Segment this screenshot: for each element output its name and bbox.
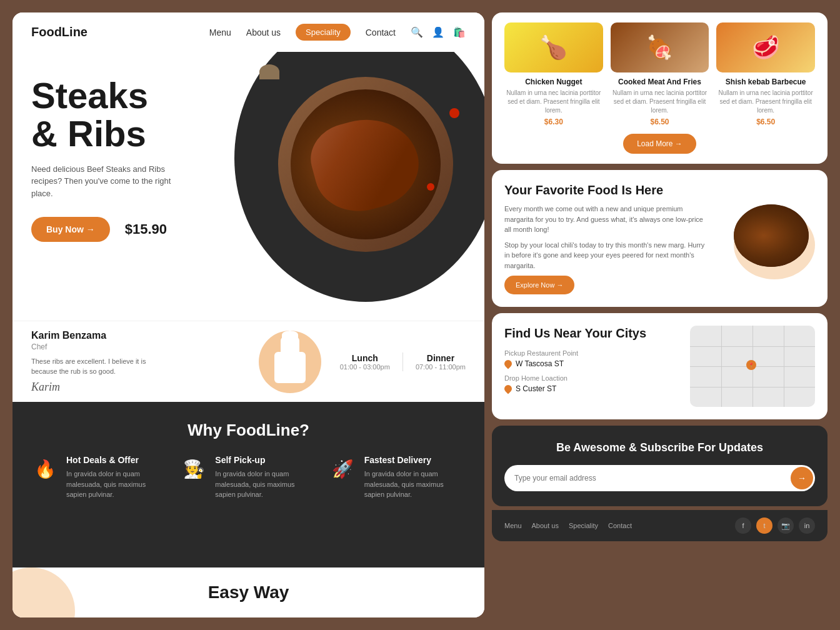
twitter-icon[interactable]: t bbox=[756, 518, 772, 534]
find-us-text: Find Us Near Your Citys Pickup Restauren… bbox=[504, 326, 680, 407]
find-us-section: Find Us Near Your Citys Pickup Restauren… bbox=[492, 313, 828, 419]
explore-button[interactable]: Explore Now → bbox=[504, 276, 574, 294]
hero-subtitle: Need delicious Beef Steaks and Ribs reci… bbox=[31, 163, 194, 200]
kebab-title: Shish kebab Barbecue bbox=[716, 78, 815, 86]
kebab-price: $6.50 bbox=[716, 118, 815, 126]
favorite-title: Your Favorite Food Is Here bbox=[504, 182, 705, 198]
chef-body bbox=[274, 352, 306, 383]
chef-hat bbox=[281, 337, 299, 352]
meat-desc: Nullam in urna nec lacinia porttitor sed… bbox=[611, 89, 709, 115]
lunch-time: 01:00 - 03:00pm bbox=[340, 363, 390, 371]
food-inner bbox=[291, 89, 441, 239]
subscribe-title: Be Awesome & Subscribe For Updates bbox=[504, 441, 815, 455]
pickup-address: W Tascosa ST bbox=[504, 359, 680, 368]
nugget-desc: Nullam in urna nec lacinia porttitor sed… bbox=[504, 89, 603, 115]
footer-socials: f t 📷 in bbox=[735, 518, 815, 534]
lunch-hours: Lunch 01:00 - 03:00pm bbox=[340, 353, 390, 371]
nugget-image: 🍗 bbox=[504, 22, 603, 72]
tomato-decoration-1 bbox=[449, 108, 459, 118]
pickup-icon: 🧑‍🍳 bbox=[180, 455, 208, 482]
nav-speciality[interactable]: Speciality bbox=[296, 24, 351, 41]
chef-name: Karim Benzama bbox=[31, 330, 259, 341]
nav-menu[interactable]: Menu bbox=[209, 28, 231, 38]
footer-links: Menu About us Speciality Contact bbox=[504, 522, 722, 529]
search-icon[interactable]: 🔍 bbox=[411, 26, 423, 38]
footer-contact[interactable]: Contact bbox=[608, 522, 632, 529]
favorite-desc1: Every month we come out with a new and u… bbox=[504, 204, 705, 235]
footer-speciality[interactable]: Speciality bbox=[569, 522, 598, 529]
why-card-deals: 🔥 Hot Deals & Offer In gravida dolor in … bbox=[31, 455, 168, 500]
why-card-desc-2: In gravida dolor in quam malesuada, quis… bbox=[215, 469, 316, 500]
mushroom-decoration bbox=[259, 64, 279, 79]
drop-label: Drop Home Loaction bbox=[504, 374, 680, 382]
find-us-title: Find Us Near Your Citys bbox=[504, 326, 680, 341]
dinner-time: 07:00 - 11:00pm bbox=[416, 363, 466, 371]
nav-links: Menu About us Speciality Contact bbox=[209, 24, 396, 41]
menu-card-kebab: 🥩 Shish kebab Barbecue Nullam in urna ne… bbox=[716, 22, 815, 126]
meat-price: $6.50 bbox=[611, 118, 709, 126]
fav-steak bbox=[734, 204, 809, 267]
logo: FoodLine bbox=[31, 25, 88, 39]
hours-divider bbox=[402, 352, 403, 371]
navigation: FoodLine Menu About us Speciality Contac… bbox=[12, 12, 484, 52]
footer-about[interactable]: About us bbox=[532, 522, 559, 529]
chef-role: Chef bbox=[31, 342, 259, 351]
kebab-image: 🥩 bbox=[716, 22, 815, 72]
facebook-icon[interactable]: f bbox=[735, 518, 751, 534]
menu-cards: 🍗 Chicken Nugget Nullam in urna nec laci… bbox=[504, 22, 815, 126]
load-more-wrap: Load More → bbox=[504, 134, 815, 154]
chef-info: Karim Benzama Chef These ribs are excell… bbox=[31, 330, 259, 394]
why-card-desc-1: In gravida dolor in quam malesuada, quis… bbox=[66, 469, 168, 500]
chef-figure bbox=[265, 337, 315, 393]
hero-food-image bbox=[253, 58, 466, 296]
buy-now-button[interactable]: Buy Now → bbox=[31, 217, 110, 242]
hero-section: Steaks & Ribs Need delicious Beef Steaks… bbox=[12, 52, 484, 321]
left-panel: FoodLine Menu About us Speciality Contac… bbox=[12, 12, 484, 618]
why-card-pickup: 🧑‍🍳 Self Pick-up In gravida dolor in qua… bbox=[180, 455, 316, 500]
cart-icon[interactable]: 🛍️ bbox=[453, 26, 466, 38]
why-card-delivery: 🚀 Fastest Delivery In gravida dolor in q… bbox=[329, 455, 466, 500]
load-more-button[interactable]: Load More → bbox=[623, 134, 696, 154]
lunch-label: Lunch bbox=[340, 353, 390, 363]
instagram-icon[interactable]: 📷 bbox=[778, 518, 794, 534]
subscribe-button[interactable]: → bbox=[791, 467, 813, 489]
user-icon[interactable]: 👤 bbox=[432, 26, 444, 38]
hours-section: Lunch 01:00 - 03:00pm Dinner 07:00 - 11:… bbox=[340, 352, 466, 371]
footer: Menu About us Speciality Contact f t 📷 i… bbox=[492, 510, 828, 541]
email-input[interactable] bbox=[504, 465, 789, 491]
hot-deals-icon: 🔥 bbox=[31, 455, 59, 482]
dinner-hours: Dinner 07:00 - 11:00pm bbox=[416, 353, 466, 371]
pickup-pin-icon bbox=[503, 359, 514, 369]
easy-title: Easy Way bbox=[208, 582, 289, 602]
drop-address: S Custer ST bbox=[504, 384, 680, 393]
hero-content: Steaks & Ribs Need delicious Beef Steaks… bbox=[31, 77, 194, 242]
nugget-title: Chicken Nugget bbox=[504, 78, 603, 86]
why-card-title-2: Self Pick-up bbox=[215, 455, 316, 465]
nav-icons: 🔍 👤 🛍️ bbox=[411, 26, 466, 38]
nav-contact[interactable]: Contact bbox=[366, 28, 396, 38]
delivery-icon: 🚀 bbox=[329, 455, 357, 482]
drop-location: Drop Home Loaction S Custer ST bbox=[504, 374, 680, 393]
hero-title: Steaks & Ribs bbox=[31, 77, 194, 153]
easy-circle bbox=[12, 568, 75, 618]
footer-menu[interactable]: Menu bbox=[504, 522, 522, 529]
subscribe-input-wrap: → bbox=[504, 465, 815, 491]
kebab-desc: Nullam in urna nec lacinia porttitor sed… bbox=[716, 89, 815, 115]
pickup-location: Pickup Restaurent Point W Tascosa ST bbox=[504, 349, 680, 368]
favorite-section: Your Favorite Food Is Here Every month w… bbox=[492, 170, 828, 307]
why-section: Why FoodLine? 🔥 Hot Deals & Offer In gra… bbox=[12, 402, 484, 568]
nav-about[interactable]: About us bbox=[246, 28, 281, 38]
why-title: Why FoodLine? bbox=[188, 421, 309, 440]
menu-card-nugget: 🍗 Chicken Nugget Nullam in urna nec laci… bbox=[504, 22, 603, 126]
drop-pin-icon bbox=[503, 384, 514, 394]
map-line-v3 bbox=[784, 326, 784, 407]
meat-image: 🍖 bbox=[611, 22, 709, 72]
linkedin-icon[interactable]: in bbox=[799, 518, 815, 534]
chef-quote: These ribs are excellent. I believe it i… bbox=[31, 356, 169, 377]
chef-signature: Karim bbox=[31, 381, 259, 394]
hero-price: $15.90 bbox=[125, 221, 167, 238]
right-panel: 🍗 Chicken Nugget Nullam in urna nec laci… bbox=[492, 12, 828, 618]
meat-title: Cooked Meat And Fries bbox=[611, 78, 709, 86]
favorite-image bbox=[715, 198, 815, 279]
chef-avatar bbox=[259, 331, 321, 393]
